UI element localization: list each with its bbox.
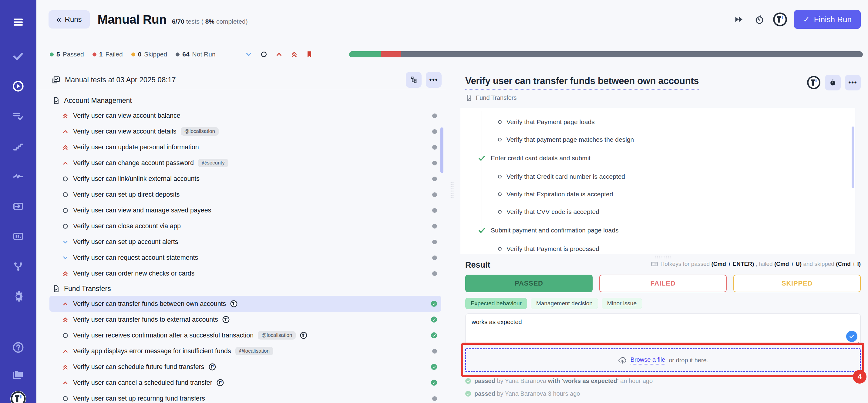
list-more-button[interactable]: ••• <box>426 72 442 88</box>
test-row-selected[interactable]: Verify user can transfer funds between o… <box>50 296 441 312</box>
status-passed-icon <box>431 301 437 307</box>
failed-dot-icon <box>93 53 96 56</box>
menu-icon[interactable] <box>11 15 25 29</box>
history-passed-icon <box>465 378 471 384</box>
filter-bookmark-icon[interactable] <box>305 50 313 58</box>
detail-more-button[interactable]: ••• <box>845 75 861 90</box>
fast-forward-icon[interactable] <box>732 13 745 26</box>
timer-button[interactable] <box>825 75 841 90</box>
back-chevrons-icon: « <box>56 15 61 24</box>
testomat-logo-icon <box>807 76 821 89</box>
test-row[interactable]: Verify user can update personal informat… <box>50 139 441 155</box>
test-row[interactable]: Verify user receives confirmation after … <box>50 327 441 343</box>
tag-management-decision[interactable]: Management decision <box>531 298 598 309</box>
step-passed[interactable]: Submit payment and confirmation page loa… <box>460 221 855 240</box>
test-row[interactable]: Verify user can request account statemen… <box>50 250 441 265</box>
step-passed[interactable]: Enter credit card details and submit <box>460 148 855 168</box>
filter-priority-high-icon[interactable] <box>275 50 283 58</box>
step-substep[interactable]: Verify that Credit card number is accept… <box>460 168 855 185</box>
testomat-run-logo-icon <box>773 12 787 27</box>
priority-highest-icon <box>62 364 69 371</box>
file-dropzone[interactable]: Browse a file or drop it here. <box>465 348 861 372</box>
skipped-button[interactable]: SKIPPED <box>733 275 861 292</box>
filter-priority-low-icon[interactable] <box>245 50 253 58</box>
priority-low-icon <box>62 254 69 261</box>
comment-input[interactable]: works as expected <box>466 314 860 344</box>
test-tag: @security <box>198 159 228 167</box>
step-substep[interactable]: Verify that CVV code is accepted <box>460 203 855 221</box>
step-substep[interactable]: Verify that Expiration date is accepted <box>460 185 855 203</box>
suite-header-account-management[interactable]: Account Management <box>50 93 441 108</box>
run-status-bar: 5Passed 1Failed 0Skipped 64Not Run <box>36 39 868 70</box>
timer-icon[interactable] <box>753 13 766 26</box>
test-row[interactable]: Verify user can close account via app <box>50 218 441 234</box>
finish-run-button[interactable]: ✓ Finish Run <box>794 10 861 29</box>
milestones-icon[interactable] <box>11 139 25 153</box>
testomat-logo-icon <box>222 316 229 323</box>
test-row[interactable]: Verify app displays error message for in… <box>50 343 441 359</box>
test-row[interactable]: Verify user can set up account alerts <box>50 234 441 250</box>
test-detail-title[interactable]: Verify user can transfer funds between o… <box>465 76 699 89</box>
priority-high-icon <box>62 160 69 167</box>
result-heading: Result <box>465 260 490 270</box>
failed-button[interactable]: FAILED <box>599 275 727 292</box>
test-row[interactable]: Verify user can order new checks or card… <box>50 265 441 281</box>
hotkeys-hint: Hotkeys for passed (Cmd + ENTER) , faile… <box>651 260 861 268</box>
history-passed-icon <box>465 391 471 397</box>
settings-gear-icon[interactable] <box>11 289 25 304</box>
priority-high-icon <box>62 128 69 135</box>
status-notrun-icon <box>432 145 437 150</box>
test-row[interactable]: Verify user can schedule future fund tra… <box>50 359 441 375</box>
tests-icon[interactable] <box>11 49 25 63</box>
suite-breadcrumb[interactable]: Fund Transfers <box>465 94 861 102</box>
panel-resize-handle[interactable] <box>450 181 454 199</box>
testomat-logo-icon <box>217 379 224 386</box>
attachment-upload-area: Browse a file or drop it here. 4 <box>465 348 861 372</box>
testomat-logo-icon[interactable] <box>10 391 26 403</box>
substep-circle-icon <box>498 120 502 124</box>
tree-view-button[interactable] <box>406 72 422 88</box>
status-notrun-icon <box>432 396 437 401</box>
test-row[interactable]: Verify user can link/unlink external acc… <box>50 171 441 186</box>
skipped-count: 0Skipped <box>131 51 167 58</box>
test-row[interactable]: Verify user can set up direct deposits <box>50 186 441 202</box>
progress-passed-segment <box>349 51 381 57</box>
test-row[interactable]: Verify user can change account password … <box>50 155 441 171</box>
test-row[interactable]: Verify user can cancel a scheduled fund … <box>50 375 441 391</box>
test-row[interactable]: Verify user can view account details @lo… <box>50 123 441 139</box>
reports-icon[interactable] <box>11 229 25 243</box>
list-scrollbar[interactable] <box>440 127 443 173</box>
resize-corner-icon[interactable] <box>855 340 860 344</box>
branches-icon[interactable] <box>11 259 25 274</box>
step-substep[interactable]: Verify that payment page matches the des… <box>460 131 855 148</box>
analytics-pulse-icon[interactable] <box>11 169 25 183</box>
priority-highest-icon <box>62 144 69 151</box>
steps-resize-handle[interactable] <box>655 255 671 259</box>
step-substep[interactable]: Verify that Payment is processed <box>460 240 855 254</box>
projects-folder-icon[interactable] <box>11 368 25 382</box>
filter-priority-normal-icon[interactable] <box>260 50 268 58</box>
failed-count: 1Failed <box>93 51 123 58</box>
passed-button[interactable]: PASSED <box>465 275 593 292</box>
test-tag: @localisation <box>258 331 296 340</box>
app-sidebar <box>0 0 36 403</box>
suite-header-fund-transfers[interactable]: Fund Transfers <box>50 281 441 296</box>
import-icon[interactable] <box>11 199 25 213</box>
back-to-runs-button[interactable]: « Runs <box>49 10 90 29</box>
test-row[interactable]: Verify user can view account balance <box>50 108 441 123</box>
runs-icon[interactable] <box>11 79 25 93</box>
tag-minor-issue[interactable]: Minor issue <box>602 298 642 309</box>
help-icon[interactable] <box>11 341 25 354</box>
filter-priority-highest-icon[interactable] <box>290 50 298 58</box>
test-row[interactable]: Verify user can transfer funds to extern… <box>50 312 441 327</box>
priority-high-icon <box>62 348 69 355</box>
page-title: Manual Run <box>98 12 166 27</box>
priority-normal-icon <box>62 191 69 198</box>
step-substep[interactable]: Verify that Payment page loads <box>460 113 855 131</box>
browse-file-link[interactable]: Browse a file <box>630 356 665 365</box>
test-row[interactable]: Verify user can set up recurring fund tr… <box>50 391 441 403</box>
submit-comment-button[interactable] <box>846 331 857 342</box>
test-row[interactable]: Verify user can view and manage saved pa… <box>50 202 441 218</box>
test-plans-icon[interactable] <box>11 109 25 123</box>
tag-expected-behaviour[interactable]: Expected behaviour <box>465 298 527 309</box>
